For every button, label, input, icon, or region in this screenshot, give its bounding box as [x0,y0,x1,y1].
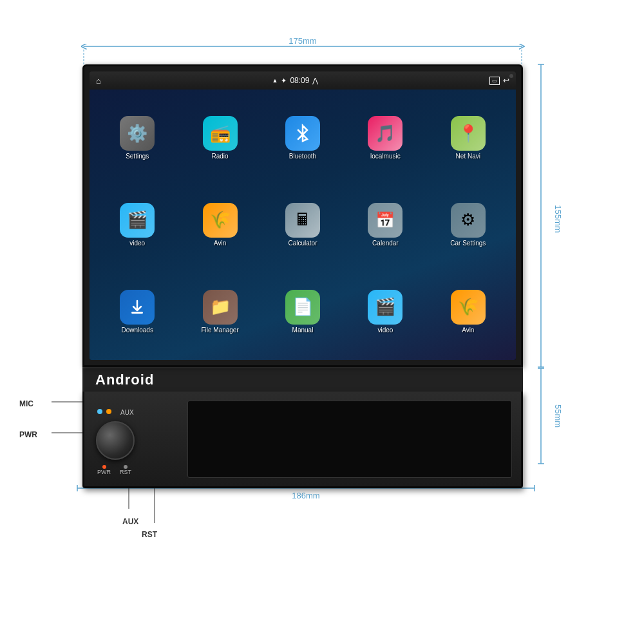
video2-label: video [377,327,393,334]
avin2-label: Avin [462,327,474,334]
wifi-icon: ▲ [272,77,278,84]
netnavi-label: Net Navi [456,153,480,160]
app-calendar[interactable]: 📅 Calendar [346,184,424,266]
manual-icon: 📄 [285,290,320,325]
status-bar: ⌂ ▲ ✦ 08:09 ⋀ ▭ ↩ [90,71,516,90]
calculator-label: Calculator [288,240,317,247]
downloads-icon [120,290,155,325]
manual-label: Manual [292,327,314,334]
app-avin[interactable]: 🌾 Avin [181,184,258,266]
avin-icon: 🌾 [203,203,238,238]
calendar-label: Calendar [372,240,399,247]
app-avin2[interactable]: 🌾 Avin [430,270,507,352]
carsettings-label: Car Settings [450,240,486,247]
dot-blue [97,409,102,414]
aux-callout-text: AUX [122,517,138,526]
settings-label: Settings [126,153,149,160]
pwr-callout-text: PWR [19,430,37,439]
screen-unit: ⌂ ▲ ✦ 08:09 ⋀ ▭ ↩ ⚙️ Settings [82,64,523,367]
mic-callout: MIC [19,399,33,408]
carsettings-icon: ⚙ [451,203,486,238]
downloads-label: Downloads [121,327,153,334]
bluetooth-label: Bluetooth [289,153,316,160]
indicator-dots: AUX [97,409,134,416]
netnavi-icon: 📍 [451,116,486,151]
app-downloads[interactable]: Downloads [99,270,176,352]
control-unit: AUX PWR RST [82,392,523,488]
bluetooth-status-icon: ✦ [281,77,287,85]
video-icon: 🎬 [120,203,155,238]
video2-icon: 🎬 [368,290,402,325]
calculator-icon: 🖩 [285,203,320,238]
pwr-callout: PWR [19,430,37,439]
avin-label: Avin [214,240,226,247]
rst-label: RST [120,469,131,475]
filemanager-label: File Manager [201,327,238,334]
aux-callout: AUX [122,515,138,527]
app-settings[interactable]: ⚙️ Settings [99,97,176,179]
rst-callout: RST [142,528,157,540]
filemanager-icon: 📁 [203,290,238,325]
aux-top-label: AUX [120,409,134,416]
controls-left: AUX PWR RST [93,402,177,475]
app-carsettings[interactable]: ⚙ Car Settings [430,184,507,266]
app-grid: ⚙️ Settings 📻 Radio Bluetooth [90,90,516,360]
rst-callout-text: RST [142,530,157,539]
bluetooth-icon [285,116,320,151]
volume-knob[interactable] [96,421,135,460]
app-radio[interactable]: 📻 Radio [181,97,258,179]
bottom-ctrl-labels: PWR RST [97,465,131,475]
video-label: video [129,240,145,247]
app-filemanager[interactable]: 📁 File Manager [181,270,258,352]
localmusic-label: localmusic [370,153,401,160]
display-slot [187,401,512,478]
svg-text:175mm: 175mm [289,36,316,46]
calendar-icon: 📅 [368,203,402,238]
mic-callout-text: MIC [19,399,33,408]
localmusic-icon: 🎵 [368,116,402,151]
arrow-icon: ⋀ [312,77,318,85]
dot-orange [106,409,111,414]
app-video2[interactable]: 🎬 video [346,270,424,352]
time-display: 08:09 [290,76,309,85]
radio-icon: 📻 [203,116,238,151]
avin2-icon: 🌾 [451,290,486,325]
android-strip: Android [82,367,523,392]
android-label: Android [95,372,154,388]
home-icon: ⌂ [96,76,101,86]
screen-bezel: ⌂ ▲ ✦ 08:09 ⋀ ▭ ↩ ⚙️ Settings [90,71,516,360]
svg-text:186mm: 186mm [292,491,319,500]
app-video[interactable]: 🎬 video [99,184,176,266]
indicator-light [509,74,513,78]
svg-rect-20 [131,312,143,314]
svg-text:55mm: 55mm [553,404,563,428]
app-netnavi[interactable]: 📍 Net Navi [430,97,507,179]
pwr-label: PWR [97,469,111,475]
app-bluetooth[interactable]: Bluetooth [264,97,341,179]
radio-label: Radio [212,153,229,160]
app-calculator[interactable]: 🖩 Calculator [264,184,341,266]
app-localmusic[interactable]: 🎵 localmusic [346,97,424,179]
svg-text:155mm: 155mm [553,205,563,232]
app-manual[interactable]: 📄 Manual [264,270,341,352]
screen-icon: ▭ [489,77,500,85]
back-icon: ↩ [503,76,509,85]
settings-icon: ⚙️ [120,116,155,151]
